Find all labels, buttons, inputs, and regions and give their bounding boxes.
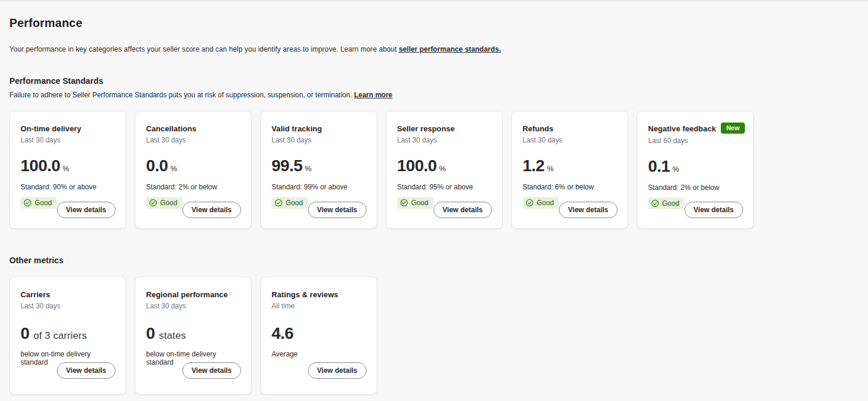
metric-unit: % xyxy=(63,164,70,173)
standards-description-text: Failure to adhere to Seller Performance … xyxy=(9,91,352,99)
status-label: Good xyxy=(35,199,52,207)
card-title: Refunds xyxy=(523,124,554,133)
metric-unit: % xyxy=(305,164,312,173)
view-details-button[interactable]: View details xyxy=(684,202,743,218)
card-value: 4.6 xyxy=(272,324,367,343)
card-value: 0.0 % xyxy=(146,157,242,175)
card-standard: Standard: 99% or above xyxy=(272,183,367,191)
other-metrics-card-row: Carriers Last 30 days 0 of 3 carriers be… xyxy=(9,277,859,395)
card-period: Last 30 days xyxy=(21,136,116,144)
standards-section-title: Performance Standards xyxy=(9,76,859,86)
check-circle-icon xyxy=(274,199,283,207)
subtitle-text: Your performance in key categories affec… xyxy=(9,45,396,53)
status-label: Good xyxy=(662,199,679,208)
new-badge: New xyxy=(721,123,745,134)
view-details-button[interactable]: View details xyxy=(308,362,367,379)
metric-value: 1.2 xyxy=(523,157,544,175)
check-circle-icon xyxy=(525,199,534,207)
card-period: Last 30 days xyxy=(523,136,618,144)
metric-value: 4.6 xyxy=(272,324,293,343)
metric-value: 99.5 xyxy=(272,157,303,175)
card-standard: Standard: 6% or below xyxy=(523,183,618,191)
card-period: Last 60 days xyxy=(648,137,744,145)
card-period: Last 30 days xyxy=(272,136,367,144)
status-badge: Good xyxy=(648,198,684,209)
status-badge: Good xyxy=(21,197,57,209)
view-details-button[interactable]: View details xyxy=(308,202,367,218)
metric-card-refunds: Refunds Last 30 days 1.2 % Standard: 6% … xyxy=(511,111,628,229)
status-badge: Good xyxy=(146,197,182,209)
status-label: Good xyxy=(537,199,554,207)
other-metrics-section-title: Other metrics xyxy=(9,256,859,265)
check-circle-icon xyxy=(651,199,659,208)
metric-value: 100.0 xyxy=(21,157,60,175)
metric-card-seller-response: Seller response Last 30 days 100.0 % Sta… xyxy=(386,111,503,229)
view-details-button[interactable]: View details xyxy=(433,202,492,218)
card-title: Ratings & reviews xyxy=(272,290,338,299)
view-details-button[interactable]: View details xyxy=(57,202,116,218)
card-title: Regional performance xyxy=(146,290,228,299)
card-value: 100.0 % xyxy=(397,157,493,175)
card-title: Valid tracking xyxy=(272,124,322,133)
status-badge: Good xyxy=(397,197,433,209)
view-details-button[interactable]: View details xyxy=(57,362,116,379)
metric-unit: % xyxy=(547,164,554,173)
card-title: Carriers xyxy=(21,290,50,299)
check-circle-icon xyxy=(149,199,157,207)
metric-unit: % xyxy=(439,164,446,173)
metric-value: 0.1 xyxy=(648,157,670,176)
card-period: Last 30 days xyxy=(146,136,242,144)
status-badge: Good xyxy=(272,197,308,209)
card-title: Negative feedback xyxy=(648,124,716,133)
learn-more-link[interactable]: Learn more xyxy=(354,91,392,99)
card-standard: Standard: 90% or above xyxy=(21,183,116,191)
card-description: Average xyxy=(272,350,367,358)
status-label: Good xyxy=(160,199,177,207)
card-value: 99.5 % xyxy=(272,157,367,175)
card-standard: Standard: 2% or below xyxy=(146,183,242,191)
metric-unit: % xyxy=(170,164,177,173)
card-period: Last 30 days xyxy=(146,302,242,310)
metric-value: 0 xyxy=(146,324,155,343)
metric-card-negative-feedback: Negative feedback New Last 60 days 0.1 %… xyxy=(637,111,754,229)
view-details-button[interactable]: View details xyxy=(559,202,618,218)
view-details-button[interactable]: View details xyxy=(182,362,241,379)
metric-value-suffix: of 3 carriers xyxy=(33,330,87,342)
metric-value: 0.0 xyxy=(146,157,168,175)
status-badge: Good xyxy=(523,197,559,209)
metric-card-regional-performance: Regional performance Last 30 days 0 stat… xyxy=(135,277,252,395)
metric-value: 0 xyxy=(21,324,29,343)
card-title: Seller response xyxy=(397,124,455,133)
view-details-button[interactable]: View details xyxy=(182,202,241,218)
standards-section-description: Failure to adhere to Seller Performance … xyxy=(9,91,859,99)
standards-card-row: On-time delivery Last 30 days 100.0 % St… xyxy=(9,111,859,229)
card-title: Cancellations xyxy=(146,124,196,133)
metric-value-suffix: states xyxy=(159,330,186,342)
metric-card-cancellations: Cancellations Last 30 days 0.0 % Standar… xyxy=(135,111,252,229)
seller-performance-standards-link[interactable]: seller performance standards. xyxy=(399,45,501,53)
metric-value: 100.0 xyxy=(397,157,437,175)
card-period: Last 30 days xyxy=(397,136,493,144)
card-value: 0 states xyxy=(146,324,242,343)
card-standard: Standard: 2% or below xyxy=(648,183,744,192)
card-period: Last 30 days xyxy=(21,302,116,310)
metric-unit: % xyxy=(672,165,679,174)
page-title: Performance xyxy=(9,16,859,30)
page-subtitle: Your performance in key categories affec… xyxy=(9,45,859,53)
metric-card-carriers: Carriers Last 30 days 0 of 3 carriers be… xyxy=(9,277,126,395)
card-value: 0 of 3 carriers xyxy=(21,324,116,343)
check-circle-icon xyxy=(23,199,32,207)
card-value: 1.2 % xyxy=(523,157,618,175)
card-title: On-time delivery xyxy=(21,124,81,133)
status-label: Good xyxy=(286,199,303,207)
metric-card-valid-tracking: Valid tracking Last 30 days 99.5 % Stand… xyxy=(260,111,377,229)
performance-page: Performance Your performance in key cate… xyxy=(0,1,868,395)
card-period: All time xyxy=(272,302,367,310)
card-value: 0.1 % xyxy=(648,157,744,176)
metric-card-on-time-delivery: On-time delivery Last 30 days 100.0 % St… xyxy=(9,111,126,229)
metric-card-ratings-reviews: Ratings & reviews All time 4.6 Average V… xyxy=(260,277,377,395)
status-label: Good xyxy=(411,199,428,207)
card-value: 100.0 % xyxy=(21,157,116,175)
check-circle-icon xyxy=(400,199,408,207)
card-standard: Standard: 95% or above xyxy=(397,183,493,191)
